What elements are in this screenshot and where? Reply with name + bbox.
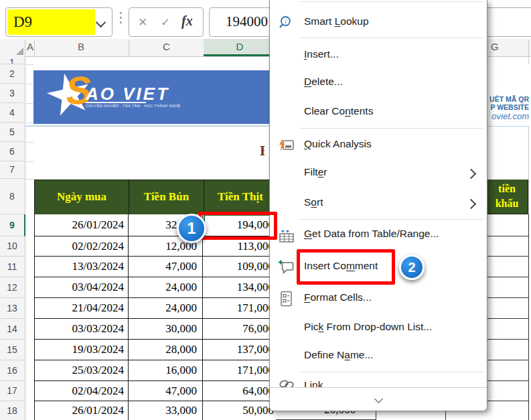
row-header-14[interactable]: 14: [0, 319, 24, 340]
label-part: ormat Cells...: [310, 291, 371, 303]
cell-g14[interactable]: [486, 319, 528, 340]
website-link[interactable]: oviet.com: [491, 111, 529, 121]
menu-item-filter[interactable]: Filter: [270, 163, 487, 184]
cell-b18[interactable]: 26/01/2024: [35, 401, 129, 420]
annotation-red-box-cell-d9: [198, 212, 277, 240]
cell-b17[interactable]: 02/04/2024: [35, 381, 129, 401]
row-header-16[interactable]: 16: [0, 360, 24, 381]
cancel-icon[interactable]: ✕: [138, 15, 147, 29]
menu-item-define-name[interactable]: Define Name...: [270, 346, 487, 366]
row-header-3[interactable]: 3: [0, 84, 24, 103]
table-row: 19/03/2024 28,000 137,000: [34, 340, 277, 360]
label-part: me...: [350, 349, 373, 360]
label-part: nsert...: [307, 48, 338, 60]
row-header-11[interactable]: 11: [0, 257, 24, 277]
row-header-15[interactable]: 15: [0, 340, 24, 360]
menu-item-insert[interactable]: Insert...: [270, 46, 487, 66]
row-header-1[interactable]: 1: [0, 56, 24, 64]
cell-c15[interactable]: 28,000: [129, 340, 203, 360]
cell-g9[interactable]: [486, 214, 528, 236]
row-header-9-selected[interactable]: 9: [0, 214, 25, 236]
cell-g17[interactable]: [486, 381, 528, 401]
gridline: [25, 64, 34, 65]
row-header-6[interactable]: 6: [0, 142, 24, 161]
menu-item-label: Delete...: [304, 76, 343, 88]
cell-g12[interactable]: [486, 277, 528, 298]
insert-comment-icon: [278, 259, 297, 275]
name-box-dropdown-icon[interactable]: [96, 17, 106, 28]
column-header-g[interactable]: G: [491, 41, 499, 52]
g-header-line1: tiền: [486, 182, 528, 196]
menu-item-clear-contents[interactable]: Clear Contents: [270, 102, 487, 123]
column-header-c[interactable]: C: [163, 41, 170, 52]
cell-g16[interactable]: [486, 360, 528, 381]
label-part: uick Analysis: [312, 138, 372, 149]
g-header-line2: khấu: [486, 196, 528, 211]
row-header-18[interactable]: 18: [0, 401, 24, 420]
submenu-arrow-icon: [466, 199, 477, 210]
cell-g10[interactable]: [486, 236, 528, 257]
cell-g18[interactable]: [486, 401, 528, 419]
cell-g15[interactable]: [486, 340, 528, 360]
cell-c14[interactable]: 30,000: [129, 319, 203, 339]
cell-d11[interactable]: 109,000: [203, 257, 277, 277]
row-header-8[interactable]: 8: [0, 179, 24, 214]
cell-g13[interactable]: [486, 298, 528, 319]
row-header-13[interactable]: 13: [0, 298, 24, 319]
row-header-5[interactable]: 5: [0, 123, 24, 142]
cell-c16[interactable]: 16,000: [129, 360, 203, 380]
cell-c17[interactable]: 47,000: [129, 381, 203, 401]
cell-b14[interactable]: 03/03/2024: [35, 319, 129, 339]
cell-c13[interactable]: 24,000: [129, 298, 203, 318]
name-box-value[interactable]: D9: [7, 9, 95, 35]
label-part: et Data from Table/Range...: [312, 228, 439, 239]
cell-b9[interactable]: 26/01/2024: [35, 214, 129, 236]
cell-g11[interactable]: [486, 257, 528, 277]
name-box[interactable]: D9: [5, 7, 112, 37]
label-part: Q: [304, 138, 312, 149]
row-header-7[interactable]: 7: [0, 161, 24, 179]
cell-d12[interactable]: 134,000: [203, 277, 277, 297]
select-all-corner[interactable]: [16, 48, 23, 55]
cell-b15[interactable]: 19/03/2024: [35, 340, 129, 360]
row-header-10[interactable]: 10: [0, 236, 24, 257]
cell-b13[interactable]: 21/04/2024: [35, 298, 129, 318]
cell-c18[interactable]: 33,000: [129, 401, 203, 420]
context-menu: i Smart Lookup Insert... Delete... Clear…: [269, 0, 487, 411]
menu-item-format-cells[interactable]: Format Cells...: [270, 289, 487, 309]
annotation-badge-1: 1: [177, 214, 206, 243]
enter-icon[interactable]: ✓: [161, 15, 170, 29]
label-part: n: [345, 105, 351, 117]
cell-b11[interactable]: 13/03/2024: [35, 257, 129, 277]
column-header-d-selected[interactable]: D: [204, 39, 276, 56]
cell-d14[interactable]: 76,000: [203, 319, 277, 339]
menu-item-pick-from-list[interactable]: Pick From Drop-down List...: [270, 318, 487, 338]
cell-b12[interactable]: 03/04/2024: [35, 277, 129, 297]
cell-d15[interactable]: 137,000: [203, 340, 277, 360]
menu-item-quick-analysis[interactable]: Quick Analysis: [270, 135, 487, 155]
cell-d13[interactable]: 171,000: [203, 298, 277, 318]
table-header-tien-bun[interactable]: Tiền Bún: [129, 180, 204, 215]
column-header-a[interactable]: A: [27, 41, 33, 52]
cell-b10[interactable]: 02/02/2024: [35, 236, 129, 256]
cell-c11[interactable]: 47,000: [129, 257, 203, 277]
menu-item-get-data[interactable]: Get Data from Table/Range...: [270, 225, 487, 245]
row-header-4[interactable]: 4: [0, 103, 24, 123]
menu-item-sort[interactable]: Sort: [270, 194, 487, 214]
row-header-12[interactable]: 12: [0, 277, 24, 298]
menu-item-smart-lookup[interactable]: i Smart Lookup: [270, 13, 487, 33]
cell-d17[interactable]: 64,000: [203, 381, 277, 401]
row-header-2[interactable]: 2: [0, 64, 24, 84]
table-header-tien-thit[interactable]: Tiền Thịt: [204, 180, 277, 215]
cell-d18[interactable]: 50,000: [203, 401, 277, 420]
cell-c12[interactable]: 24,000: [129, 277, 203, 297]
row-header-17[interactable]: 17: [0, 381, 24, 401]
gridline: [25, 103, 34, 104]
cell-d16[interactable]: 171,000: [203, 360, 277, 380]
table-header-ngay-mua[interactable]: Ngày mua: [35, 180, 129, 215]
column-header-b[interactable]: B: [78, 41, 84, 52]
cell-b16[interactable]: 25/03/2024: [35, 360, 129, 380]
menu-item-delete[interactable]: Delete...: [270, 73, 487, 93]
insert-function-icon[interactable]: fx: [181, 13, 193, 29]
menu-scroll-more-bar[interactable]: [270, 387, 487, 411]
